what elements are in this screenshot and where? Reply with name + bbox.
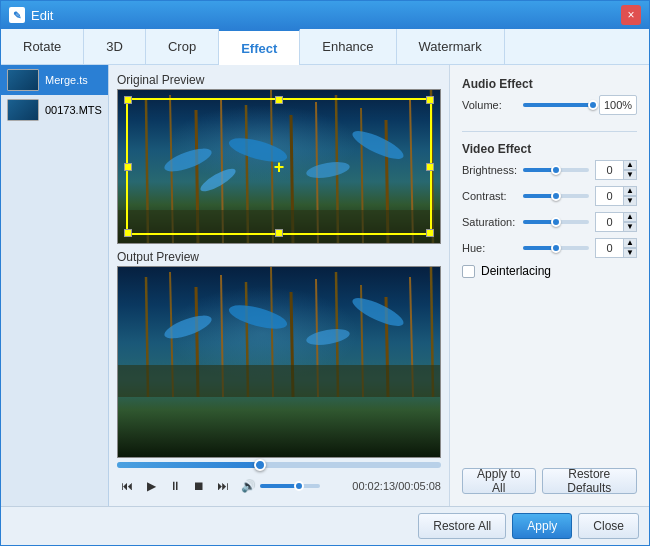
saturation-label: Saturation: <box>462 216 517 228</box>
file-thumb-mts <box>7 99 39 121</box>
deinterlacing-row: Deinterlacing <box>462 264 637 278</box>
tab-enhance[interactable]: Enhance <box>300 29 396 65</box>
saturation-value[interactable]: 0 <box>595 212 623 232</box>
close-window-button[interactable]: × <box>621 5 641 25</box>
saturation-row: Saturation: 0 ▲ ▼ <box>462 212 637 232</box>
contrast-spin-buttons: ▲ ▼ <box>623 186 637 206</box>
hue-up[interactable]: ▲ <box>623 238 637 248</box>
svg-point-34 <box>305 326 351 347</box>
play-button[interactable]: ▶ <box>141 476 161 496</box>
stop-button[interactable]: ⏹ <box>189 476 209 496</box>
file-name-merge: Merge.ts <box>45 74 88 86</box>
crop-handle-bm[interactable] <box>275 229 283 237</box>
output-preview-section: Output Preview <box>117 250 441 500</box>
output-video-bg <box>118 267 440 457</box>
contrast-row: Contrast: 0 ▲ ▼ <box>462 186 637 206</box>
contrast-up[interactable]: ▲ <box>623 186 637 196</box>
volume-area: 🔊 <box>241 479 320 493</box>
volume-slider-thumb[interactable] <box>588 100 598 110</box>
tab-effect[interactable]: Effect <box>219 29 300 65</box>
brightness-spinbox: 0 ▲ ▼ <box>595 160 637 180</box>
volume-label: Volume: <box>462 99 517 111</box>
saturation-slider[interactable] <box>523 220 589 224</box>
brightness-slider[interactable] <box>523 168 589 172</box>
svg-point-33 <box>227 301 290 334</box>
deinterlacing-checkbox[interactable] <box>462 265 475 278</box>
controls-bar: ⏮ ▶ ⏸ ⏹ ⏭ 🔊 00:02:13/00:05:08 <box>117 472 441 500</box>
tab-3d[interactable]: 3D <box>84 29 146 65</box>
bottom-bar: Restore All Apply Close <box>1 506 649 545</box>
contrast-spinbox: 0 ▲ ▼ <box>595 186 637 206</box>
crop-handle-ml[interactable] <box>124 163 132 171</box>
volume-slider[interactable] <box>260 484 320 488</box>
file-item-mts[interactable]: 00173.MTS <box>1 95 108 125</box>
brightness-thumb[interactable] <box>551 165 561 175</box>
close-button[interactable]: Close <box>578 513 639 539</box>
svg-point-32 <box>162 311 214 343</box>
titlebar: ✎ Edit × <box>1 1 649 29</box>
crop-center-cross: + <box>274 156 285 177</box>
crop-overlay[interactable]: + <box>126 98 432 235</box>
tab-watermark[interactable]: Watermark <box>397 29 505 65</box>
crop-handle-br[interactable] <box>426 229 434 237</box>
restore-all-button[interactable]: Restore All <box>418 513 506 539</box>
crop-handle-tm[interactable] <box>275 96 283 104</box>
volume-control-row: Volume: 100% <box>462 95 637 115</box>
seek-thumb[interactable] <box>254 459 266 471</box>
video-effect-section: Video Effect Brightness: 0 ▲ ▼ <box>462 142 637 278</box>
skip-end-button[interactable]: ⏭ <box>213 476 233 496</box>
video-section-title: Video Effect <box>462 142 637 156</box>
svg-rect-36 <box>118 365 440 397</box>
brightness-up[interactable]: ▲ <box>623 160 637 170</box>
volume-value: 100% <box>599 95 637 115</box>
volume-thumb[interactable] <box>294 481 304 491</box>
hue-slider[interactable] <box>523 246 589 250</box>
file-name-mts: 00173.MTS <box>45 104 102 116</box>
brightness-row: Brightness: 0 ▲ ▼ <box>462 160 637 180</box>
saturation-down[interactable]: ▼ <box>623 222 637 232</box>
saturation-spinbox: 0 ▲ ▼ <box>595 212 637 232</box>
brightness-down[interactable]: ▼ <box>623 170 637 180</box>
contrast-slider[interactable] <box>523 194 589 198</box>
file-item-merge[interactable]: Merge.ts <box>1 65 108 95</box>
divider1 <box>462 131 637 132</box>
contrast-value[interactable]: 0 <box>595 186 623 206</box>
crop-handle-tl[interactable] <box>124 96 132 104</box>
audio-effect-section: Audio Effect Volume: 100% <box>462 77 637 121</box>
output-preview-label: Output Preview <box>117 250 441 264</box>
tab-crop[interactable]: Crop <box>146 29 219 65</box>
time-display: 00:02:13/00:05:08 <box>352 480 441 492</box>
volume-slider-control[interactable] <box>523 103 593 107</box>
hue-spinbox: 0 ▲ ▼ <box>595 238 637 258</box>
seek-bar[interactable] <box>117 462 441 468</box>
restore-defaults-button[interactable]: Restore Defaults <box>542 468 637 494</box>
contrast-thumb[interactable] <box>551 191 561 201</box>
apply-to-all-button[interactable]: Apply to All <box>462 468 536 494</box>
saturation-up[interactable]: ▲ <box>623 212 637 222</box>
pause-button[interactable]: ⏸ <box>165 476 185 496</box>
apply-button[interactable]: Apply <box>512 513 572 539</box>
saturation-spin-buttons: ▲ ▼ <box>623 212 637 232</box>
crop-handle-mr[interactable] <box>426 163 434 171</box>
main-content: Merge.ts 00173.MTS Original Preview <box>1 65 649 506</box>
skip-start-button[interactable]: ⏮ <box>117 476 137 496</box>
saturation-thumb[interactable] <box>551 217 561 227</box>
file-thumb-merge <box>7 69 39 91</box>
brightness-value[interactable]: 0 <box>595 160 623 180</box>
tab-rotate[interactable]: Rotate <box>1 29 84 65</box>
brightness-label: Brightness: <box>462 164 517 176</box>
hue-value[interactable]: 0 <box>595 238 623 258</box>
hue-thumb[interactable] <box>551 243 561 253</box>
file-list-panel: Merge.ts 00173.MTS <box>1 65 109 506</box>
volume-icon: 🔊 <box>241 479 256 493</box>
crop-handle-tr[interactable] <box>426 96 434 104</box>
original-preview-label: Original Preview <box>117 73 441 87</box>
right-panel-buttons: Apply to All Restore Defaults <box>462 468 637 494</box>
audio-section-title: Audio Effect <box>462 77 637 91</box>
contrast-down[interactable]: ▼ <box>623 196 637 206</box>
app-icon: ✎ <box>9 7 25 23</box>
crop-handle-bl[interactable] <box>124 229 132 237</box>
deinterlacing-label: Deinterlacing <box>481 264 551 278</box>
hue-down[interactable]: ▼ <box>623 248 637 258</box>
svg-point-35 <box>349 293 407 331</box>
